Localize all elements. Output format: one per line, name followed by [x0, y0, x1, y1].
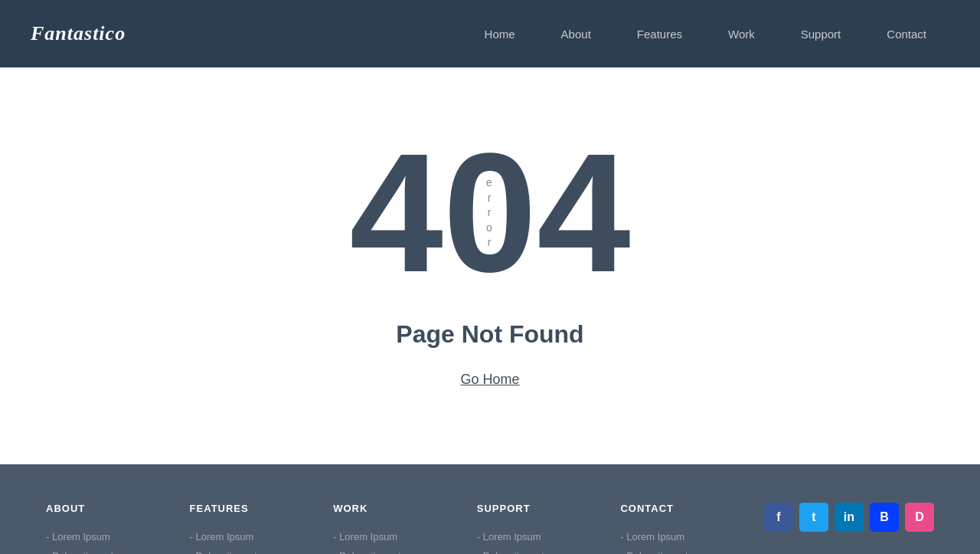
- social-behance-button[interactable]: B: [870, 503, 899, 532]
- footer-col-title: SUPPORT: [477, 503, 606, 514]
- digit-right: 4: [537, 129, 630, 297]
- error-number: 4 0 e r r o r 4: [15, 129, 965, 297]
- footer-list-item: - Dolor sit amet: [477, 547, 606, 554]
- footer-col-title: WORK: [333, 503, 462, 514]
- site-footer: ABOUT- Lorem Ipsum- Dolor sit amet- Null…: [0, 464, 980, 554]
- footer-col-title: ABOUT: [46, 503, 175, 514]
- social-twitter-button[interactable]: t: [799, 503, 828, 532]
- footer-list-item: - Lorem Ipsum: [477, 528, 606, 547]
- digit-left: 4: [349, 129, 443, 297]
- footer-col-title: FEATURES: [190, 503, 318, 514]
- social-linkedin-button[interactable]: in: [835, 503, 864, 532]
- footer-list-item: - Lorem Ipsum: [190, 528, 318, 547]
- footer-list-item: - Dolor sit amet: [46, 547, 175, 554]
- footer-col-features: FEATURES- Lorem Ipsum- Dolor sit amet- N…: [190, 503, 334, 554]
- error-label: e r r o r: [486, 175, 494, 251]
- nav-item-features[interactable]: Features: [614, 0, 705, 67]
- social-facebook-button[interactable]: f: [764, 503, 793, 532]
- footer-col-work: WORK- Lorem Ipsum- Dolor sit amet- Nulla…: [333, 503, 477, 554]
- footer-list-item: - Lorem Ipsum: [333, 528, 462, 547]
- social-icons: ftinBD: [764, 503, 934, 532]
- footer-list-item: - Lorem Ipsum: [620, 528, 749, 547]
- site-header: Fantastico HomeAboutFeaturesWorkSupportC…: [0, 0, 980, 67]
- nav-item-contact[interactable]: Contact: [864, 0, 949, 67]
- social-dribbble-button[interactable]: D: [905, 503, 934, 532]
- footer-col-contact: CONTACT- Lorem Ipsum- Dolor sit amet- Nu…: [620, 503, 764, 554]
- main-content: 4 0 e r r o r 4 Page Not Found Go Home: [0, 67, 980, 464]
- footer-col-title: CONTACT: [620, 503, 749, 514]
- footer-list-item: - Dolor sit amet: [190, 547, 318, 554]
- page-not-found-title: Page Not Found: [15, 320, 965, 349]
- nav-item-home[interactable]: Home: [462, 0, 538, 67]
- footer-col-support: SUPPORT- Lorem Ipsum- Dolor sit amet- Nu…: [477, 503, 621, 554]
- zero-wrapper: 0 e r r o r: [443, 129, 537, 297]
- site-logo[interactable]: Fantastico: [31, 22, 126, 45]
- main-nav: HomeAboutFeaturesWorkSupportContact: [462, 0, 949, 67]
- go-home-link[interactable]: Go Home: [460, 372, 519, 388]
- nav-item-about[interactable]: About: [538, 0, 614, 67]
- footer-list-item: - Dolor sit amet: [333, 547, 462, 554]
- nav-item-work[interactable]: Work: [705, 0, 778, 67]
- footer-list-item: - Lorem Ipsum: [46, 528, 175, 547]
- footer-col-about: ABOUT- Lorem Ipsum- Dolor sit amet- Null…: [46, 503, 190, 554]
- footer-list-item: - Dolor sit amet: [620, 547, 749, 554]
- nav-item-support[interactable]: Support: [778, 0, 864, 67]
